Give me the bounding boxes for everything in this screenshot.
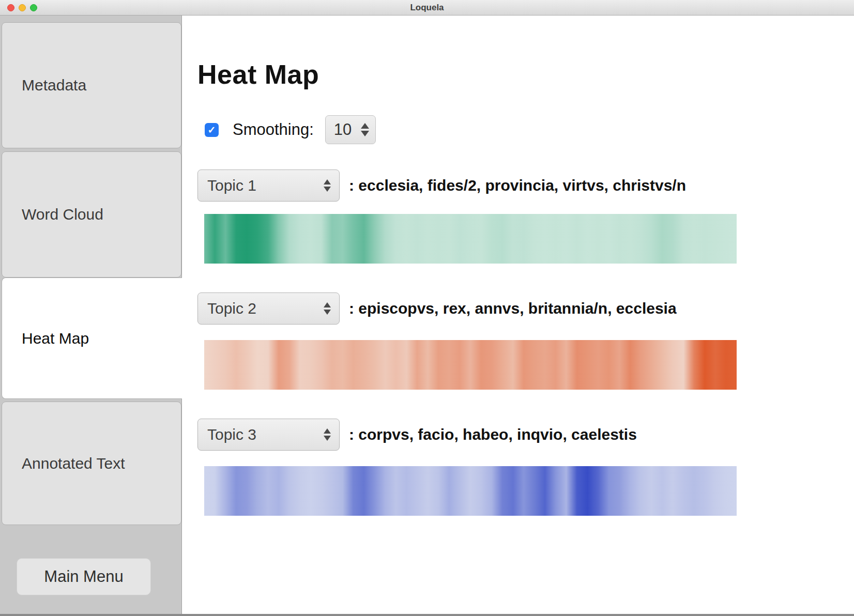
arrow-up-icon (324, 428, 331, 434)
smoothing-stepper[interactable]: 10 (325, 115, 376, 144)
tab-annotated-text[interactable]: Annotated Text (2, 402, 181, 525)
smoothing-value: 10 (334, 120, 361, 139)
arrow-down-icon (361, 131, 369, 136)
checkmark-icon: ✓ (208, 124, 216, 136)
smoothing-label: Smoothing: (233, 120, 314, 139)
topic-2-keywords: : episcopvs, rex, annvs, britannia/n, ec… (349, 300, 677, 317)
tab-word-cloud[interactable]: Word Cloud (2, 151, 181, 278)
heatmap-strip-topic-1 (204, 214, 737, 264)
heat-map-panel: Heat Map ✓ Smoothing: 10 Topic 1 (182, 16, 854, 614)
tab-word-cloud-label: Word Cloud (22, 206, 103, 223)
topic-1-keywords: : ecclesia, fides/2, provincia, virtvs, … (349, 177, 686, 194)
window-titlebar: Loquela (0, 0, 854, 16)
topic-3-select-value: Topic 3 (207, 426, 324, 443)
arrow-up-icon (361, 123, 369, 129)
tab-heat-map[interactable]: Heat Map (2, 278, 182, 399)
smoothing-checkbox[interactable]: ✓ (205, 123, 219, 137)
main-menu-button[interactable]: Main Menu (17, 558, 151, 595)
select-arrows-icon (324, 302, 331, 315)
topic-2-row: Topic 2 : episcopvs, rex, annvs, britann… (197, 292, 826, 325)
topic-3-keywords: : corpvs, facio, habeo, inqvio, caelesti… (349, 426, 637, 443)
tab-annotated-text-label: Annotated Text (22, 455, 125, 472)
tab-heat-map-label: Heat Map (22, 330, 89, 347)
arrow-down-icon (324, 310, 331, 315)
arrow-up-icon (324, 179, 331, 184)
sidebar: Metadata Word Cloud Heat Map Annotated T… (0, 16, 182, 614)
heatmap-strip-topic-2 (204, 340, 737, 390)
arrow-up-icon (324, 302, 331, 307)
page-title: Heat Map (197, 59, 854, 90)
stepper-arrows-icon[interactable] (361, 123, 369, 136)
topic-1-row: Topic 1 : ecclesia, fides/2, provincia, … (197, 170, 826, 202)
smoothing-row: ✓ Smoothing: 10 (205, 115, 854, 145)
select-arrows-icon (324, 179, 331, 192)
window-title: Loquela (0, 3, 854, 13)
main-menu-button-label: Main Menu (44, 567, 123, 586)
topic-1-select-value: Topic 1 (207, 177, 324, 194)
tab-metadata-label: Metadata (22, 76, 86, 94)
topic-1-select[interactable]: Topic 1 (197, 170, 340, 202)
select-arrows-icon (324, 428, 331, 441)
tab-metadata[interactable]: Metadata (2, 22, 181, 148)
arrow-down-icon (324, 187, 331, 192)
arrow-down-icon (324, 436, 331, 441)
topic-3-select[interactable]: Topic 3 (197, 419, 340, 451)
topic-3-row: Topic 3 : corpvs, facio, habeo, inqvio, … (197, 419, 826, 451)
heatmap-strip-topic-3 (204, 466, 737, 516)
topic-2-select-value: Topic 2 (207, 300, 324, 317)
topic-2-select[interactable]: Topic 2 (197, 292, 340, 325)
